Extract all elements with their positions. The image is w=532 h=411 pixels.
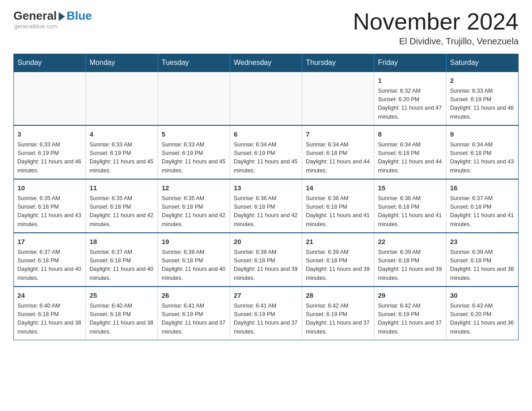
day-info: Sunrise: 6:40 AMSunset: 6:18 PMDaylight:… [17, 302, 82, 337]
day-number: 12 [162, 183, 226, 193]
day-info: Sunrise: 6:36 AMSunset: 6:18 PMDaylight:… [234, 194, 298, 229]
day-info: Sunrise: 6:39 AMSunset: 6:18 PMDaylight:… [450, 248, 515, 283]
calendar-cell: 10Sunrise: 6:35 AMSunset: 6:18 PMDayligh… [14, 179, 86, 233]
day-number: 24 [17, 291, 82, 301]
calendar-cell [302, 72, 374, 125]
day-info: Sunrise: 6:34 AMSunset: 6:19 PMDaylight:… [234, 141, 298, 176]
day-info: Sunrise: 6:42 AMSunset: 6:19 PMDaylight:… [306, 302, 370, 337]
day-number: 16 [450, 183, 515, 193]
location-subtitle: El Dividive, Trujillo, Venezuela [353, 36, 519, 47]
calendar-cell: 8Sunrise: 6:34 AMSunset: 6:18 PMDaylight… [374, 125, 446, 179]
day-info: Sunrise: 6:37 AMSunset: 6:18 PMDaylight:… [450, 194, 515, 229]
day-info: Sunrise: 6:35 AMSunset: 6:18 PMDaylight:… [90, 194, 154, 229]
calendar-cell: 26Sunrise: 6:41 AMSunset: 6:19 PMDayligh… [158, 287, 230, 340]
day-number: 5 [162, 129, 226, 140]
calendar-cell: 28Sunrise: 6:42 AMSunset: 6:19 PMDayligh… [302, 287, 374, 340]
day-info: Sunrise: 6:37 AMSunset: 6:18 PMDaylight:… [90, 248, 154, 283]
day-info: Sunrise: 6:39 AMSunset: 6:18 PMDaylight:… [306, 248, 370, 283]
day-number: 7 [306, 129, 370, 140]
day-info: Sunrise: 6:35 AMSunset: 6:18 PMDaylight:… [17, 194, 82, 229]
calendar-week-row: 17Sunrise: 6:37 AMSunset: 6:18 PMDayligh… [14, 233, 519, 287]
calendar-cell: 20Sunrise: 6:38 AMSunset: 6:18 PMDayligh… [230, 233, 302, 287]
calendar-cell [230, 72, 302, 125]
day-info: Sunrise: 6:33 AMSunset: 6:19 PMDaylight:… [17, 141, 82, 176]
day-info: Sunrise: 6:39 AMSunset: 6:18 PMDaylight:… [378, 248, 442, 283]
day-info: Sunrise: 6:34 AMSunset: 6:18 PMDaylight:… [378, 141, 442, 176]
calendar-cell: 5Sunrise: 6:33 AMSunset: 6:19 PMDaylight… [158, 125, 230, 179]
day-number: 8 [378, 129, 442, 140]
calendar-table: SundayMondayTuesdayWednesdayThursdayFrid… [13, 54, 519, 340]
day-number: 15 [378, 183, 442, 193]
day-info: Sunrise: 6:33 AMSunset: 6:19 PMDaylight:… [90, 141, 154, 176]
day-info: Sunrise: 6:37 AMSunset: 6:18 PMDaylight:… [17, 248, 82, 283]
day-info: Sunrise: 6:33 AMSunset: 6:19 PMDaylight:… [162, 141, 226, 176]
month-title: November 2024 [353, 9, 519, 34]
day-info: Sunrise: 6:34 AMSunset: 6:18 PMDaylight:… [450, 141, 515, 176]
day-number: 1 [378, 76, 442, 86]
day-info: Sunrise: 6:36 AMSunset: 6:18 PMDaylight:… [306, 194, 370, 229]
calendar-cell: 23Sunrise: 6:39 AMSunset: 6:18 PMDayligh… [446, 233, 519, 287]
day-number: 10 [17, 183, 82, 193]
day-number: 29 [378, 291, 442, 301]
calendar-week-row: 10Sunrise: 6:35 AMSunset: 6:18 PMDayligh… [14, 179, 519, 233]
day-info: Sunrise: 6:43 AMSunset: 6:20 PMDaylight:… [450, 302, 515, 337]
calendar-cell: 1Sunrise: 6:32 AMSunset: 6:20 PMDaylight… [374, 72, 446, 125]
calendar-cell: 12Sunrise: 6:35 AMSunset: 6:18 PMDayligh… [158, 179, 230, 233]
calendar-cell [158, 72, 230, 125]
day-info: Sunrise: 6:40 AMSunset: 6:18 PMDaylight:… [90, 302, 154, 337]
day-header-tuesday: Tuesday [158, 54, 230, 72]
calendar-week-row: 3Sunrise: 6:33 AMSunset: 6:19 PMDaylight… [14, 125, 519, 179]
logo-blue-text: Blue [67, 9, 92, 23]
day-number: 4 [90, 129, 154, 140]
day-number: 9 [450, 129, 515, 140]
calendar-cell: 25Sunrise: 6:40 AMSunset: 6:18 PMDayligh… [86, 287, 158, 340]
day-number: 26 [162, 291, 226, 301]
calendar-cell: 4Sunrise: 6:33 AMSunset: 6:19 PMDaylight… [86, 125, 158, 179]
day-info: Sunrise: 6:32 AMSunset: 6:20 PMDaylight:… [378, 87, 442, 122]
title-section: November 2024 El Dividive, Trujillo, Ven… [353, 9, 519, 47]
calendar-cell: 27Sunrise: 6:41 AMSunset: 6:19 PMDayligh… [230, 287, 302, 340]
calendar-header: SundayMondayTuesdayWednesdayThursdayFrid… [14, 54, 519, 72]
logo-general-text: General [13, 9, 57, 23]
logo: General Blue generalblue.com [13, 9, 92, 30]
day-number: 2 [450, 76, 515, 86]
day-number: 14 [306, 183, 370, 193]
calendar-cell: 30Sunrise: 6:43 AMSunset: 6:20 PMDayligh… [446, 287, 519, 340]
page-header: General Blue generalblue.com November 20… [13, 9, 519, 47]
calendar-cell: 14Sunrise: 6:36 AMSunset: 6:18 PMDayligh… [302, 179, 374, 233]
day-header-friday: Friday [374, 54, 446, 72]
day-number: 17 [17, 237, 82, 247]
day-info: Sunrise: 6:35 AMSunset: 6:18 PMDaylight:… [162, 194, 226, 229]
day-info: Sunrise: 6:33 AMSunset: 6:19 PMDaylight:… [450, 87, 515, 122]
calendar-cell: 13Sunrise: 6:36 AMSunset: 6:18 PMDayligh… [230, 179, 302, 233]
calendar-cell: 16Sunrise: 6:37 AMSunset: 6:18 PMDayligh… [446, 179, 519, 233]
days-of-week-row: SundayMondayTuesdayWednesdayThursdayFrid… [14, 54, 519, 72]
day-number: 30 [450, 291, 515, 301]
day-header-wednesday: Wednesday [230, 54, 302, 72]
calendar-cell: 29Sunrise: 6:42 AMSunset: 6:19 PMDayligh… [374, 287, 446, 340]
calendar-cell: 18Sunrise: 6:37 AMSunset: 6:18 PMDayligh… [86, 233, 158, 287]
calendar-cell: 11Sunrise: 6:35 AMSunset: 6:18 PMDayligh… [86, 179, 158, 233]
day-number: 25 [90, 291, 154, 301]
calendar-week-row: 24Sunrise: 6:40 AMSunset: 6:18 PMDayligh… [14, 287, 519, 340]
day-number: 6 [234, 129, 298, 140]
day-info: Sunrise: 6:36 AMSunset: 6:18 PMDaylight:… [378, 194, 442, 229]
calendar-cell [14, 72, 86, 125]
day-number: 22 [378, 237, 442, 247]
calendar-week-row: 1Sunrise: 6:32 AMSunset: 6:20 PMDaylight… [14, 72, 519, 125]
calendar-cell: 9Sunrise: 6:34 AMSunset: 6:18 PMDaylight… [446, 125, 519, 179]
calendar-cell: 2Sunrise: 6:33 AMSunset: 6:19 PMDaylight… [446, 72, 519, 125]
day-number: 18 [90, 237, 154, 247]
calendar-cell: 6Sunrise: 6:34 AMSunset: 6:19 PMDaylight… [230, 125, 302, 179]
day-header-thursday: Thursday [302, 54, 374, 72]
day-number: 19 [162, 237, 226, 247]
day-number: 20 [234, 237, 298, 247]
day-number: 21 [306, 237, 370, 247]
day-info: Sunrise: 6:38 AMSunset: 6:18 PMDaylight:… [234, 248, 298, 283]
calendar-cell: 24Sunrise: 6:40 AMSunset: 6:18 PMDayligh… [14, 287, 86, 340]
calendar-cell: 7Sunrise: 6:34 AMSunset: 6:18 PMDaylight… [302, 125, 374, 179]
day-number: 3 [17, 129, 82, 140]
day-number: 13 [234, 183, 298, 193]
day-header-saturday: Saturday [446, 54, 519, 72]
day-number: 23 [450, 237, 515, 247]
